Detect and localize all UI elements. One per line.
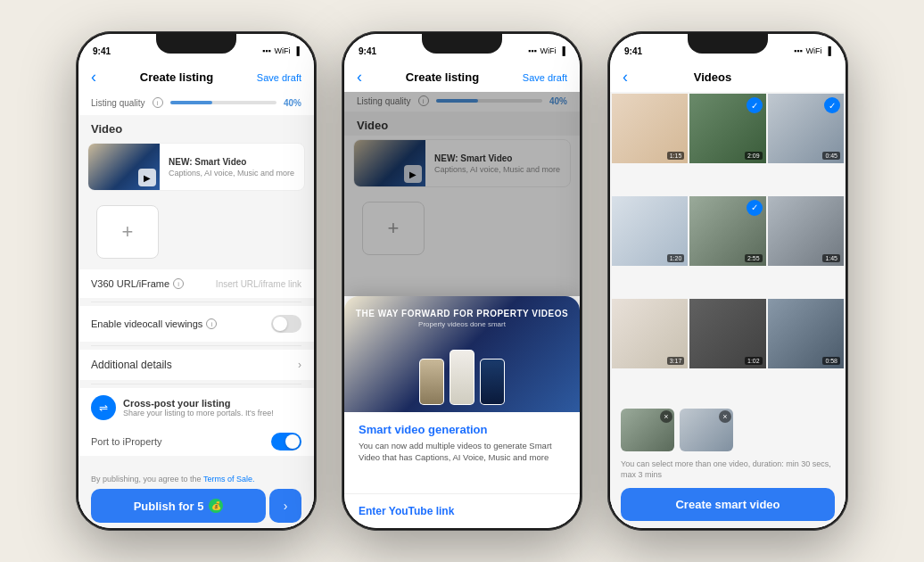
save-draft-1[interactable]: Save draft [257,72,301,83]
duration-9: 0:58 [822,357,840,365]
enter-youtube-link[interactable]: Enter YouTube link [344,493,580,528]
terms-link[interactable]: Terms of Sale. [203,475,255,483]
wifi-icon-3: WiFi [806,46,822,55]
modal-promo-sub: Property videos done smart [344,320,580,328]
v360-placeholder[interactable]: Insert URL/iframe link [216,279,301,289]
video-play-icon: ▶ [138,169,156,186]
phone-3: 9:41 ▪▪▪ WiFi ▐ ‹ Videos 1:15 ✓ [607,31,848,531]
crosspost-title: Cross-post your listing [123,398,301,409]
selected-previews: × × [621,409,835,451]
modal-body: Smart video generation You can now add m… [344,412,580,493]
status-time-2: 9:41 [359,46,376,56]
preview-close-1[interactable]: × [660,410,672,423]
status-time-1: 9:41 [93,46,111,56]
duration-8: 1:02 [745,357,763,365]
videocall-toggle[interactable] [271,315,301,333]
section-video-1: Video [78,115,314,139]
video-subtitle-1: Captions, AI voice, Music and more [169,169,295,178]
mini-phone-1 [419,359,444,405]
crosspost-icon: ⇌ [91,395,116,420]
preview-close-2[interactable]: × [719,410,731,423]
video-cell-9[interactable]: 0:58 [768,299,844,368]
terms-text: By publishing, you agree to the Terms of… [91,475,301,483]
videocall-label: Enable videocall viewings i [91,318,217,329]
footer-area-1: By publishing, you agree to the Terms of… [78,469,314,528]
phone-1: 9:41 ▪▪▪ WiFi ▐ ‹ Create listing Save dr… [76,31,317,531]
wifi-icon: WiFi [275,46,291,55]
create-smart-video-btn[interactable]: Create smart video [621,488,835,521]
additional-row[interactable]: Additional details › [78,350,314,380]
quality-pct-1: 40% [284,98,301,108]
back-button-1[interactable]: ‹ [91,68,96,87]
v360-info-icon[interactable]: i [173,278,184,289]
video-cell-1[interactable]: 1:15 [612,94,688,163]
port-toggle[interactable] [271,433,301,450]
status-time-3: 9:41 [624,46,642,56]
crosspost-row: ⇌ Cross-post your listing Share your lis… [78,388,314,427]
notch-2 [422,34,502,54]
video-info-1: NEW: Smart Video Captions, AI voice, Mus… [160,144,304,190]
modal-dimmed-overlay[interactable] [344,92,580,296]
coin-badge: 💰 [209,499,223,513]
video-cell-7[interactable]: 3:17 [612,299,688,368]
phone2-content: Listing quality i 40% Video ▶ NEW: Smart [344,92,580,528]
phones-container: 9:41 ▪▪▪ WiFi ▐ ‹ Create listing Save dr… [58,13,866,549]
add-video-btn-1[interactable]: + [96,205,159,259]
videos-hint: You can select more than one video, dura… [621,459,835,481]
additional-label: Additional details [91,359,172,371]
status-bar-3: 9:41 ▪▪▪ WiFi ▐ [610,34,846,62]
status-bar-1: 9:41 ▪▪▪ WiFi ▐ [78,34,314,62]
preview-thumb-2[interactable]: × [680,409,733,451]
mini-phone-2 [450,350,474,405]
add-video-area-1: + [78,194,314,269]
publish-btn-row: Publish for 5 💰 › [91,489,301,523]
toggle-knob-1 [273,317,287,331]
check-overlay-5: ✓ [747,200,763,216]
signal-icon-3: ▪▪▪ [794,46,803,55]
publish-chevron-btn[interactable]: › [269,489,301,523]
video-cell-3[interactable]: ✓ 0:45 [768,94,844,163]
videos-footer: × × You can select more than one video, … [610,401,846,528]
v360-label: V360 URL/iFrame i [91,278,184,289]
duration-5: 2:55 [745,254,763,262]
nav-bar-3: ‹ Videos [610,62,846,92]
save-draft-2[interactable]: Save draft [523,72,567,83]
signal-icon-2: ▪▪▪ [528,46,537,55]
back-button-2[interactable]: ‹ [357,68,362,87]
videocall-info-icon[interactable]: i [206,318,217,329]
nav-title-1: Create listing [140,70,213,84]
nav-bar-2: ‹ Create listing Save draft [344,62,580,92]
status-icons-2: ▪▪▪ WiFi ▐ [528,46,565,55]
divider-1 [91,302,301,302]
phone1-content: Listing quality i 40% Video ▶ NEW: Smart… [78,92,314,528]
port-label: Port to iProperty [91,436,161,447]
toggle-knob-2 [285,434,300,449]
video-cell-6[interactable]: 1:45 [768,196,844,266]
duration-2: 2:09 [745,152,763,160]
nav-bar-1: ‹ Create listing Save draft [78,62,314,92]
quality-info-icon[interactable]: i [153,97,163,108]
videos-grid: 1:15 ✓ 2:09 ✓ 0:45 1:20 ✓ 2: [610,92,846,401]
video-cell-4[interactable]: 1:20 [612,196,688,266]
videocall-row: Enable videocall viewings i [78,306,314,342]
battery-icon-2: ▐ [560,46,565,55]
video-cell-8[interactable]: 1:02 [689,299,765,368]
publish-button[interactable]: Publish for 5 💰 [91,489,266,523]
video-cell-5[interactable]: ✓ 2:55 [689,196,765,266]
crosspost-text: Cross-post your listing Share your listi… [123,398,301,417]
video-new-badge-1: NEW: Smart Video [169,157,295,167]
modal-promo-text: THE WAY FORWARD FOR PROPERTY VIDEOS Prop… [344,309,580,328]
nav-title-2: Create listing [406,70,479,84]
preview-thumb-1[interactable]: × [621,409,674,451]
modal-gen-title: Smart video generation [359,423,565,436]
modal-promo-title: THE WAY FORWARD FOR PROPERTY VIDEOS [344,309,580,318]
video-cell-2[interactable]: ✓ 2:09 [689,94,765,163]
smart-video-modal: THE WAY FORWARD FOR PROPERTY VIDEOS Prop… [344,296,580,528]
phone-2: 9:41 ▪▪▪ WiFi ▐ ‹ Create listing Save dr… [342,31,582,531]
duration-7: 3:17 [667,357,685,365]
v360-row: V360 URL/iFrame i Insert URL/iframe link [78,269,314,298]
quality-label-1: Listing quality [91,98,145,108]
duration-4: 1:20 [667,254,685,262]
battery-icon-3: ▐ [826,46,831,55]
back-button-3[interactable]: ‹ [623,68,628,87]
